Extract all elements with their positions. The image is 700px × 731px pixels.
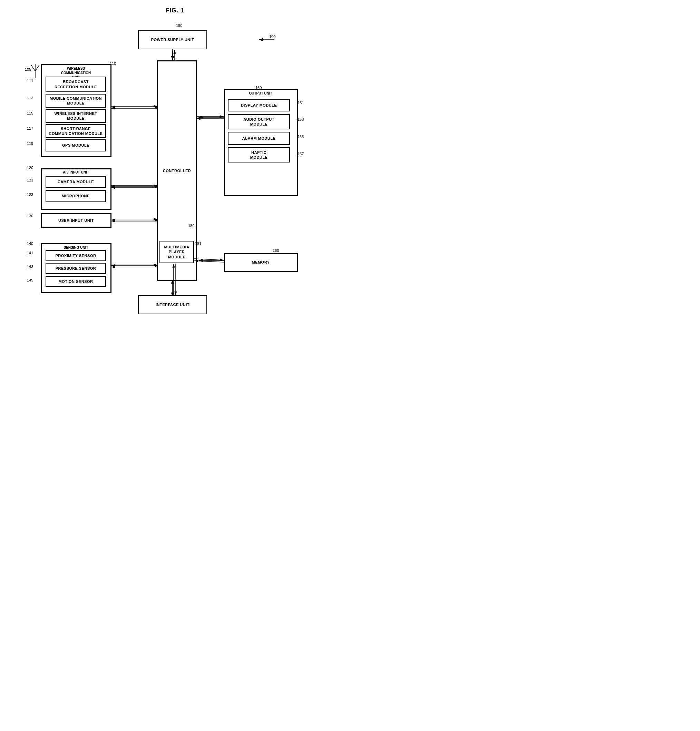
audio-output-box: AUDIO OUTPUT MODULE [228, 114, 290, 129]
ref-157: 157 [297, 152, 304, 156]
output-label: OUTPUT UNIT [226, 91, 295, 95]
haptic-box: HAPTIC MODULE [228, 147, 290, 163]
short-range-box: SHORT-RANGE COMMUNICATION MODULE [46, 124, 106, 138]
ref-181: 181 [195, 241, 201, 246]
wireless-internet-box: WIRELESS INTERNET MODULE [46, 109, 106, 123]
svg-line-13 [31, 65, 35, 71]
antenna-icon [30, 62, 40, 78]
ref-100-arrow [256, 33, 276, 43]
ref-155: 155 [297, 135, 304, 139]
user-input-box: USER INPUT UNIT [41, 213, 112, 228]
ref-141: 141 [27, 251, 33, 255]
ref-120: 120 [27, 166, 33, 170]
proximity-box: PROXIMITY SENSOR [46, 250, 106, 261]
sensing-label: SENSING UNIT [43, 246, 109, 250]
ref-123: 123 [27, 192, 33, 197]
microphone-box: MICROPHONE [46, 190, 106, 202]
ref-121: 121 [27, 178, 33, 182]
av-input-outer-box [41, 168, 112, 210]
ref-117: 117 [27, 126, 33, 131]
ref-130: 130 [27, 214, 33, 218]
display-box: DISPLAY MODULE [228, 99, 290, 112]
ref-113: 113 [27, 96, 33, 100]
ref-143: 143 [27, 264, 33, 269]
pressure-box: PRESSURE SENSOR [46, 263, 106, 274]
ref-160: 160 [273, 248, 279, 252]
ref-115: 115 [27, 111, 33, 115]
ref-111: 111 [27, 79, 33, 83]
svg-line-33 [194, 261, 224, 262]
diagram: FIG. 1 [0, 0, 350, 366]
ref-145: 145 [27, 278, 33, 282]
mobile-comm-box: MOBILE COMMUNICATION MODULE [46, 94, 106, 108]
gps-box: GPS MODULE [46, 139, 106, 151]
broadcast-box: BROADCAST RECEPTION MODULE [46, 76, 106, 92]
svg-line-14 [35, 65, 39, 71]
av-input-label: A/V INPUT UNIT [43, 170, 109, 174]
camera-box: CAMERA MODULE [46, 176, 106, 188]
motion-box: MOTION SENSOR [46, 276, 106, 287]
alarm-box: ALARM MODULE [228, 132, 290, 145]
ref-153: 153 [297, 117, 304, 122]
fig-title: FIG. 1 [165, 7, 185, 14]
power-supply-box: POWER SUPPLY UNIT [138, 30, 207, 49]
svg-line-32 [194, 259, 224, 260]
ref-151: 151 [297, 101, 304, 105]
multimedia-box: MULTIMEDIA PLAYER MODULE [159, 241, 194, 263]
interface-box: INTERFACE UNIT [138, 295, 207, 314]
ref-119: 119 [27, 141, 33, 145]
ref-180: 180 [188, 223, 194, 228]
ref-140: 140 [27, 241, 33, 246]
ref-190: 190 [176, 23, 182, 28]
memory-box: MEMORY [224, 253, 298, 272]
